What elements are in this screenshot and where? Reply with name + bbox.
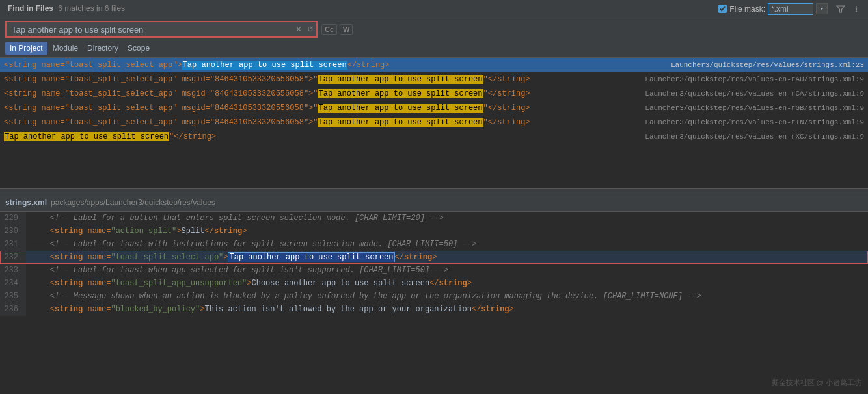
result-location: Launcher3/quickstep/res/values-en-rIN/st… (645, 119, 864, 126)
result-content: Tap another app to use split screen"</st… (4, 132, 640, 141)
code-lines: 229 <!-- Label for a button that enters … (0, 212, 868, 316)
file-mask-checkbox[interactable] (718, 5, 727, 13)
toolbar-icons (834, 4, 863, 14)
code-line: 231 <!-- Label for toast with instructio… (0, 238, 868, 251)
line-number: 236 (0, 303, 26, 316)
result-location: Launcher3/quickstep/res/values-en-rXC/st… (645, 133, 864, 141)
svg-point-2 (856, 6, 857, 7)
comment: <!-- Label for a button that enters spli… (31, 214, 444, 223)
result-content: <string name="toast_split_select_app" ms… (4, 104, 640, 113)
line-number: 232 (0, 251, 26, 264)
code-line: 236 <string name="blocked_by_policy">Thi… (0, 303, 868, 316)
code-editor[interactable]: 229 <!-- Label for a button that enters … (0, 212, 868, 394)
search-clear-icons: ✕ ↺ (294, 25, 315, 34)
scope-row: In Project Module Directory Scope (0, 40, 868, 57)
xml-suffix: "</string> (483, 118, 530, 127)
scope-module[interactable]: Module (49, 42, 82, 54)
xml-suffix: "</string> (483, 75, 530, 84)
line-number: 234 (0, 277, 26, 290)
find-title: Find in Files 6 matches in 6 files (5, 4, 125, 14)
file-mask-label: File mask: (729, 5, 765, 14)
svg-point-3 (856, 10, 857, 12)
line-content: <!-- Label for a button that enters spli… (26, 212, 444, 225)
line-number: 235 (0, 290, 26, 303)
comment: <!-- Message shown when an action is blo… (31, 292, 701, 301)
xml-prefix: <string name="toast_split_select_app" ms… (4, 75, 318, 84)
code-line: 233 <!-- Label for toast when app select… (0, 264, 868, 277)
case-sensitive-button[interactable]: Cc (321, 24, 337, 35)
table-row[interactable]: <string name="toast_split_select_app" ms… (0, 87, 868, 101)
xml-prefix: <string name="toast_split_select_app" ms… (4, 104, 318, 113)
code-line: 235 <!-- Message shown when an action is… (0, 290, 868, 303)
options-icon-button[interactable] (850, 4, 863, 14)
table-row[interactable]: <string name="toast_split_select_app">Ta… (0, 58, 868, 72)
result-location: Launcher3/quickstep/res/values-en-rCA/st… (645, 90, 864, 98)
code-file-name: strings.xml (5, 198, 47, 207)
replace-toggle-button[interactable]: ↺ (306, 25, 315, 34)
result-content: <string name="toast_split_select_app" ms… (4, 118, 640, 127)
match-count: 6 matches in 6 files (58, 4, 125, 13)
scope-in-project[interactable]: In Project (5, 42, 47, 55)
code-file-header: strings.xml packages/apps/Launcher3/quic… (0, 193, 868, 212)
scope-directory[interactable]: Directory (83, 42, 122, 54)
line-content: <!-- Message shown when an action is blo… (26, 290, 701, 303)
xml-suffix: "</string> (483, 89, 530, 98)
match-text: Tap another app to use split screen (182, 61, 347, 70)
xml-prefix: <string name="toast_split_select_app" ms… (4, 118, 318, 127)
code-section: strings.xml packages/apps/Launcher3/quic… (0, 193, 868, 394)
code-line-match: 232 <string name="toast_split_select_app… (0, 251, 868, 264)
file-mask-dropdown[interactable]: ▾ (816, 3, 828, 14)
keyword: string (55, 227, 83, 236)
line-content: <string name="toast_split_app_unsupporte… (26, 277, 472, 290)
search-options: Cc W (321, 24, 353, 35)
code-line: 234 <string name="toast_split_app_unsupp… (0, 277, 868, 290)
result-location: Launcher3/quickstep/res/values-en-rAU/st… (645, 76, 864, 83)
line-number: 233 (0, 264, 26, 277)
find-in-files-panel: Find in Files 6 matches in 6 files File … (0, 0, 868, 58)
table-row[interactable]: <string name="toast_split_select_app" ms… (0, 101, 868, 115)
filter-icon-button[interactable] (834, 4, 847, 14)
match-text: Tap another app to use split screen (4, 132, 169, 141)
clear-search-button[interactable]: ✕ (294, 25, 303, 34)
whole-words-button[interactable]: W (340, 24, 353, 35)
line-content: <!-- Label for toast when app selected f… (26, 264, 448, 277)
match-text: Tap another app to use split screen (318, 118, 483, 127)
scope-scope[interactable]: Scope (124, 42, 154, 54)
match-text: Tap another app to use split screen (318, 89, 483, 98)
result-location: Launcher3/quickstep/res/values-en-rGB/st… (645, 104, 864, 112)
code-line: 229 <!-- Label for a button that enters … (0, 212, 868, 225)
xml-suffix: "</string> (169, 132, 216, 141)
xml-prefix: <string name="toast_split_select_app"> (4, 61, 182, 70)
find-title-text: Find in Files 6 matches in 6 files (5, 4, 125, 13)
search-input-wrapper: ✕ ↺ (5, 21, 318, 38)
result-content: <string name="toast_split_select_app" ms… (4, 89, 640, 98)
line-content: <!-- Label for toast with instructions f… (26, 238, 476, 251)
code-line: 230 <string name="action_split">Split</s… (0, 225, 868, 238)
xml-tag: < (50, 227, 55, 236)
result-content: <string name="toast_split_select_app">Ta… (4, 61, 666, 70)
xml-suffix: "</string> (483, 104, 530, 113)
line-number: 231 (0, 238, 26, 251)
table-row[interactable]: <string name="toast_split_select_app" ms… (0, 72, 868, 87)
svg-marker-0 (837, 6, 845, 12)
svg-point-1 (856, 8, 857, 9)
table-row[interactable]: <string name="toast_split_select_app" ms… (0, 115, 868, 130)
search-row: ✕ ↺ Cc W (0, 18, 868, 40)
xml-prefix: <string name="toast_split_select_app" ms… (4, 89, 318, 98)
line-content: <string name="action_split">Split</strin… (26, 225, 247, 238)
line-content: <string name="blocked_by_policy">This ac… (26, 303, 514, 316)
comment: <!-- Label for toast when app selected f… (31, 266, 448, 275)
panel-title: Find in Files (8, 4, 53, 13)
main-container: Find in Files 6 matches in 6 files File … (0, 0, 868, 394)
line-number: 230 (0, 225, 26, 238)
match-text: Tap another app to use split screen (318, 75, 483, 84)
line-content: <string name="toast_split_select_app">Ta… (26, 251, 437, 264)
result-location: Launcher3/quickstep/res/values/strings.x… (671, 61, 864, 69)
results-panel[interactable]: <string name="toast_split_select_app">Ta… (0, 58, 868, 188)
file-mask-input[interactable] (768, 3, 813, 15)
table-row[interactable]: Tap another app to use split screen"</st… (0, 130, 868, 144)
match-text: Tap another app to use split screen (228, 252, 394, 262)
panel-divider (0, 188, 868, 193)
match-text: Tap another app to use split screen (318, 104, 483, 113)
search-input[interactable] (5, 21, 318, 38)
